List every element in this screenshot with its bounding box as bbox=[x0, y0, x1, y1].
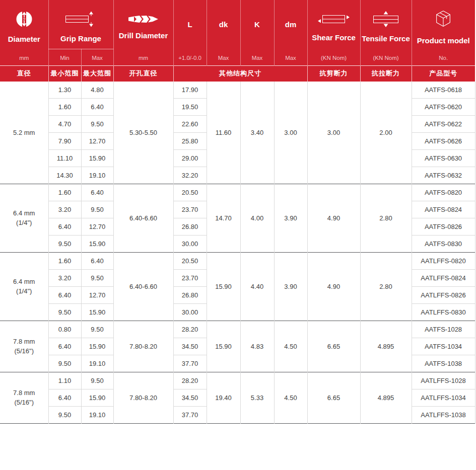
cell-model: AATFS-0826 bbox=[412, 218, 475, 235]
cell-length: 23.70 bbox=[173, 269, 207, 286]
cell-grip-max: 4.80 bbox=[81, 82, 113, 99]
cell-length: 29.00 bbox=[173, 149, 207, 167]
cell-shear: 6.65 bbox=[307, 372, 360, 423]
cell-tensile: 2.80 bbox=[360, 184, 412, 252]
cell-grip-max: 19.10 bbox=[81, 167, 113, 184]
cell-grip-max: 6.40 bbox=[81, 252, 113, 269]
cell-grip-min: 4.70 bbox=[48, 115, 81, 132]
cell-dm: 3.00 bbox=[274, 82, 307, 184]
grip-min-cn: 最小范围 bbox=[48, 66, 81, 82]
cell-dk: 19.40 bbox=[207, 372, 240, 423]
cell-drill: 7.80-8.20 bbox=[113, 372, 173, 423]
cell-k: 4.00 bbox=[240, 184, 274, 252]
cell-grip-min: 3.20 bbox=[48, 201, 81, 218]
grip-range-icon bbox=[65, 11, 97, 28]
cell-grip-max: 6.40 bbox=[81, 184, 113, 201]
cell-model: AATFS-0824 bbox=[412, 201, 475, 218]
drill-cn: 开孔直径 bbox=[113, 66, 173, 82]
tensile-cn: 抗拉断力 bbox=[360, 66, 412, 82]
tensile-force-label: Tensile Force bbox=[362, 34, 410, 43]
cell-length: 26.80 bbox=[173, 218, 207, 235]
cell-dm: 4.50 bbox=[274, 372, 307, 423]
tensile-force-icon bbox=[370, 11, 402, 28]
cell-dm: 3.90 bbox=[274, 252, 307, 321]
table-row: 7.8 mm(5/16") 1.10 9.50 7.80-8.20 28.20 … bbox=[0, 372, 475, 389]
shear-force-icon bbox=[317, 12, 351, 27]
header-row-units: mm Min Max mm +1.0/-0.0 Max Max Max (KN … bbox=[0, 49, 475, 66]
cell-dm: 4.50 bbox=[274, 321, 307, 372]
grip-max-subheader: Max bbox=[81, 49, 113, 66]
diameter-icon: ? bbox=[15, 10, 33, 28]
dk-label: dk bbox=[219, 20, 228, 29]
col-dk-header: dk bbox=[207, 0, 240, 49]
cell-drill: 6.40-6.60 bbox=[113, 184, 173, 252]
cell-length: 17.90 bbox=[173, 82, 207, 99]
k-unit: Max bbox=[240, 49, 274, 66]
cell-diameter: 7.8 mm(5/16") bbox=[0, 321, 48, 372]
cell-grip-max: 12.70 bbox=[81, 286, 113, 303]
cell-length: 37.70 bbox=[173, 355, 207, 372]
cell-grip-max: 15.90 bbox=[81, 149, 113, 167]
dm-label: dm bbox=[285, 20, 297, 29]
cell-diameter: 7.8 mm(5/16") bbox=[0, 372, 48, 423]
cell-tensile: 4.895 bbox=[360, 372, 412, 423]
cell-length: 22.60 bbox=[173, 115, 207, 132]
cell-grip-min: 9.50 bbox=[48, 406, 81, 423]
cell-grip-min: 6.40 bbox=[48, 389, 81, 406]
cell-model: AATLFFS-0824 bbox=[412, 269, 475, 286]
col-l-header: L bbox=[173, 0, 207, 49]
cell-model: AATFS-1034 bbox=[412, 338, 475, 355]
cell-grip-min: 9.50 bbox=[48, 235, 81, 252]
cell-grip-max: 12.70 bbox=[81, 218, 113, 235]
cell-model: AATLFFS-0820 bbox=[412, 252, 475, 269]
col-diameter-header: ? Diameter bbox=[0, 0, 48, 49]
cell-grip-max: 9.50 bbox=[81, 321, 113, 338]
cell-grip-max: 15.90 bbox=[81, 338, 113, 355]
cell-grip-min: 11.10 bbox=[48, 149, 81, 167]
grip-range-label: Grip Range bbox=[60, 34, 101, 43]
cell-diameter: 5.2 mm bbox=[0, 82, 48, 184]
spec-group: 7.8 mm(5/16") 1.10 9.50 7.80-8.20 28.20 … bbox=[0, 372, 475, 423]
table-row: 5.2 mm 1.30 4.80 5.30-5.50 17.90 11.60 3… bbox=[0, 82, 475, 99]
cell-model: AATLFFS-0826 bbox=[412, 286, 475, 303]
cell-grip-min: 6.40 bbox=[48, 286, 81, 303]
cell-drill: 5.30-5.50 bbox=[113, 82, 173, 184]
l-label: L bbox=[187, 20, 192, 29]
cell-k: 4.83 bbox=[240, 321, 274, 372]
product-model-label: Product model bbox=[417, 36, 470, 45]
cell-diameter: 6.4 mm(1/4") bbox=[0, 252, 48, 321]
cell-grip-max: 19.10 bbox=[81, 406, 113, 423]
cell-grip-min: 1.10 bbox=[48, 372, 81, 389]
spec-table: ? Diameter Grip Range Dri bbox=[0, 0, 475, 424]
cell-grip-max: 15.90 bbox=[81, 303, 113, 321]
spec-group: 5.2 mm 1.30 4.80 5.30-5.50 17.90 11.60 3… bbox=[0, 82, 475, 184]
spec-group: 6.4 mm(1/4") 1.60 6.40 6.40-6.60 20.50 1… bbox=[0, 252, 475, 321]
cell-length: 32.20 bbox=[173, 167, 207, 184]
cell-grip-max: 19.10 bbox=[81, 355, 113, 372]
shear-unit: (KN Nom) bbox=[307, 49, 360, 66]
col-tensile-force-header: Tensile Force bbox=[360, 0, 412, 49]
cell-grip-min: 1.30 bbox=[48, 82, 81, 99]
cell-model: AATFS-1038 bbox=[412, 355, 475, 372]
cell-model: AATFS-0820 bbox=[412, 184, 475, 201]
cell-length: 34.50 bbox=[173, 389, 207, 406]
table-row: 6.4 mm(1/4") 1.60 6.40 6.40-6.60 20.50 1… bbox=[0, 184, 475, 201]
cell-diameter: 6.4 mm(1/4") bbox=[0, 184, 48, 252]
drill-bit-icon bbox=[127, 14, 160, 25]
cell-length: 34.50 bbox=[173, 338, 207, 355]
table-header: ? Diameter Grip Range Dri bbox=[0, 0, 475, 82]
cell-length: 26.80 bbox=[173, 286, 207, 303]
cell-model: AATLFFS-0830 bbox=[412, 303, 475, 321]
cell-shear: 6.65 bbox=[307, 321, 360, 372]
cell-grip-min: 6.40 bbox=[48, 338, 81, 355]
spec-group: 6.4 mm(1/4") 1.60 6.40 6.40-6.60 20.50 1… bbox=[0, 184, 475, 252]
cell-k: 3.40 bbox=[240, 82, 274, 184]
shear-cn: 抗剪断力 bbox=[307, 66, 360, 82]
diameter-label: Diameter bbox=[8, 35, 40, 43]
product-cn: 产品型号 bbox=[412, 66, 475, 82]
cell-grip-max: 9.50 bbox=[81, 269, 113, 286]
cell-grip-max: 15.90 bbox=[81, 235, 113, 252]
cell-dk: 15.90 bbox=[207, 321, 240, 372]
cell-length: 19.50 bbox=[173, 98, 207, 115]
cell-length: 37.70 bbox=[173, 406, 207, 423]
